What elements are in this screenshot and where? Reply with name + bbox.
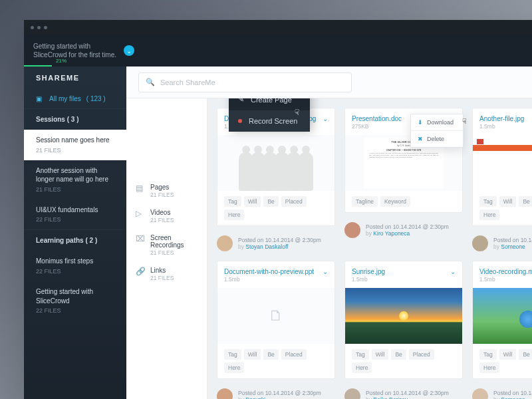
file-card[interactable]: Video-recording.mp4 1.5mb ⌄ TagWillBePla… — [472, 261, 532, 379]
delete-icon: ✖ — [418, 136, 423, 142]
file-meta: Posted on 10.14.2014 @ 2:30pm by Boiko B… — [344, 388, 463, 399]
menu-delete[interactable]: ✖Delete — [411, 130, 463, 147]
tag[interactable]: Placed — [281, 196, 307, 207]
file-size: 1.5mb — [479, 276, 532, 283]
nav-all-files-label: All my files — [49, 95, 81, 102]
tag[interactable]: Tag — [479, 349, 497, 360]
file-name: Video-recording.mp4 — [479, 268, 532, 275]
file-card[interactable]: ⬇Download ✖Delete ☟ Presentation.doc 275… — [344, 108, 463, 213]
tag[interactable]: Will — [244, 349, 261, 360]
menu-download[interactable]: ⬇Download — [411, 114, 463, 130]
cursor-icon: ☟ — [295, 108, 299, 117]
author-link[interactable]: Boiko Borisov — [373, 396, 408, 399]
tag[interactable]: Be — [519, 349, 532, 360]
by-label: by — [366, 396, 373, 399]
download-icon: ⬇ — [418, 119, 423, 126]
file-card[interactable]: Another-file.jpg 1.5mb ⌄ TagWillBePlaced… — [472, 108, 532, 226]
tag[interactable]: Be — [263, 196, 278, 207]
tag-list: TagWillBePlacedHere — [479, 196, 532, 220]
avatar[interactable] — [217, 235, 233, 251]
file-size: 275KB — [352, 123, 402, 130]
category-column: ▤Pages21 FILES▷Videos21 FILES⌧Screen Rec… — [126, 98, 207, 399]
tag[interactable]: Will — [244, 196, 261, 207]
avatar[interactable] — [344, 388, 360, 399]
session-file-count: 22 FILES — [36, 215, 117, 223]
sidebar-learning-item[interactable]: Getting started with SliceCrowd22 FILES — [24, 281, 126, 321]
avatar[interactable] — [472, 388, 488, 399]
tag[interactable]: Be — [519, 196, 532, 207]
file-meta: Posted on 10.14.2014 @ 2:30pm by Stoyan … — [217, 235, 335, 251]
author-link[interactable]: Kiro Yaponeca — [373, 230, 410, 237]
file-size: 1.5mb — [352, 276, 385, 283]
author-link[interactable]: Someone — [501, 396, 525, 399]
sidebar-session-item[interactable]: Session name goes here21 FILES — [24, 130, 126, 160]
file-preview: 🗋 — [217, 288, 334, 344]
tag[interactable]: Here — [352, 362, 372, 373]
author-link[interactable]: Someone — [501, 243, 525, 250]
nav-sessions-header[interactable]: Sessions ( 3 ) — [24, 108, 126, 130]
file-size: 1.5mb — [224, 276, 314, 283]
card-menu-icon[interactable]: ⌄ — [323, 115, 328, 122]
file-card[interactable]: Document-with-no-preview.ppt 1.5mb ⌄ 🗋 T… — [217, 261, 335, 379]
author-link[interactable]: Stoyan Daskaloff — [245, 243, 288, 250]
card-menu-icon[interactable]: ⌄ — [323, 268, 328, 275]
avatar[interactable] — [344, 222, 360, 238]
category-item[interactable]: ▤Pages21 FILES — [126, 178, 207, 203]
file-preview — [217, 135, 334, 191]
sidebar-session-item[interactable]: Another session with longer name will go… — [24, 160, 126, 200]
create-flyout: ‹ ⇧ Post File ✎ Create Page ☟ Record — [229, 98, 310, 132]
category-icon: ⌧ — [136, 234, 145, 243]
sidebar: SHAREME ▣ All my files ( 123 ) Sessions … — [24, 66, 126, 399]
tag[interactable]: Here — [479, 209, 499, 220]
nav-learning-header[interactable]: Learning paths ( 2 ) — [24, 229, 126, 251]
avatar[interactable] — [472, 235, 488, 251]
file-name: Another-file.jpg — [479, 115, 524, 122]
tag[interactable]: Be — [263, 349, 278, 360]
window-dot[interactable] — [44, 26, 47, 29]
author-link[interactable]: Peevski — [245, 396, 265, 399]
category-item[interactable]: ⌧Screen Recordings21 FILES — [126, 229, 207, 261]
search-input[interactable]: 🔍 Search ShareMe — [138, 72, 352, 92]
tag[interactable]: Tag — [224, 349, 241, 360]
session-title: UI&UX fundamentals — [36, 205, 117, 215]
file-size: 1.5mb — [479, 123, 524, 130]
by-label: by — [493, 396, 501, 399]
category-label: Pages — [150, 184, 174, 191]
file-card[interactable]: Sunrise.jpg 1.5mb ⌄ TagWillBePlacedHere — [344, 261, 463, 379]
tag-list: TagWillBePlacedHere — [224, 196, 328, 220]
nav-all-files[interactable]: ▣ All my files ( 123 ) — [24, 89, 126, 108]
posted-date: Posted on 10.14.2014 @ 2:30pm — [366, 223, 449, 230]
tag[interactable]: Placed — [409, 349, 434, 360]
path-title: Getting started with SliceCrowd — [36, 287, 117, 305]
tag[interactable]: Will — [372, 349, 389, 360]
avatar[interactable] — [217, 388, 233, 399]
tag[interactable]: Tag — [479, 196, 497, 207]
sidebar-session-item[interactable]: UI&UX fundamentals22 FILES — [24, 200, 126, 230]
tag[interactable]: Here — [224, 209, 244, 220]
category-item[interactable]: 🔗Links21 FILES — [126, 261, 207, 287]
window-dot[interactable] — [37, 26, 41, 29]
banner-expand-icon[interactable]: ⌄ — [124, 45, 134, 56]
tag[interactable]: Keyword — [380, 196, 410, 207]
tag[interactable]: Will — [499, 196, 517, 207]
file-preview — [473, 135, 532, 191]
sidebar-learning-item[interactable]: Monimus first steps22 FILES — [24, 251, 126, 281]
banner-text: Getting started with SliceCrowd for the … — [33, 42, 120, 60]
flyout-create-page[interactable]: ✎ Create Page ☟ — [229, 98, 310, 110]
category-item[interactable]: ▷Videos21 FILES — [126, 203, 207, 229]
tag[interactable]: Be — [391, 349, 406, 360]
tag[interactable]: Here — [224, 362, 244, 373]
tag[interactable]: Here — [479, 362, 499, 373]
path-file-count: 22 FILES — [36, 267, 117, 275]
session-title: Another session with longer name will go… — [36, 166, 117, 184]
card-menu-icon[interactable]: ⌄ — [450, 268, 456, 275]
tag[interactable]: Tag — [224, 196, 241, 207]
path-title: Monimus first steps — [36, 257, 117, 266]
path-file-count: 22 FILES — [36, 307, 117, 315]
tag[interactable]: Will — [499, 349, 517, 360]
tag[interactable]: Tag — [352, 349, 369, 360]
tag[interactable]: Placed — [281, 349, 307, 360]
tag-list: TagWillBePlacedHere — [479, 349, 532, 373]
window-dot[interactable] — [31, 26, 34, 29]
tag[interactable]: Tagline — [352, 196, 378, 207]
